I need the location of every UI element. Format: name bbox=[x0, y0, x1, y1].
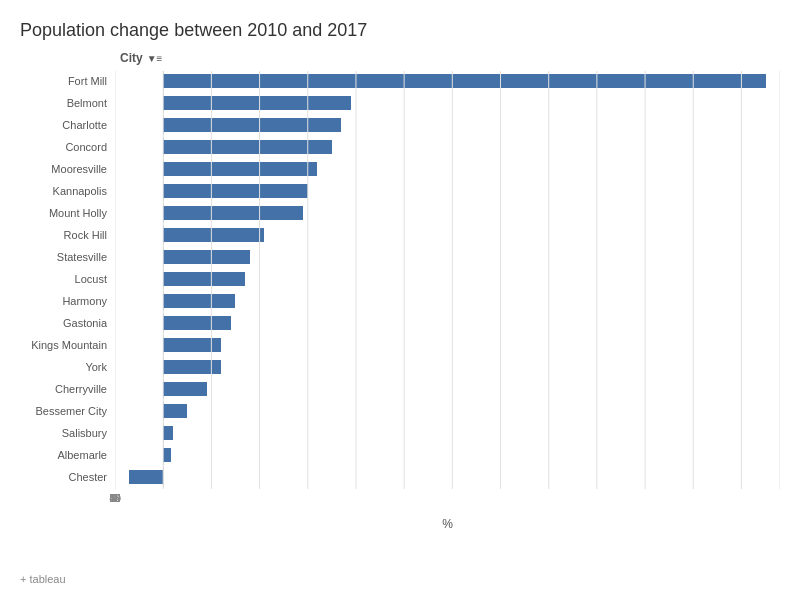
bar-section bbox=[115, 159, 780, 179]
bar bbox=[163, 206, 303, 220]
bar-row: Mooresville bbox=[20, 159, 780, 179]
bar-section bbox=[115, 247, 780, 267]
bar-section bbox=[115, 445, 780, 465]
city-label: Locust bbox=[20, 273, 115, 285]
bar bbox=[129, 470, 163, 484]
bar bbox=[163, 382, 206, 396]
bar bbox=[163, 250, 250, 264]
bar-row: Harmony bbox=[20, 291, 780, 311]
city-label: Charlotte bbox=[20, 119, 115, 131]
city-label: Belmont bbox=[20, 97, 115, 109]
column-header-label: City bbox=[120, 51, 143, 65]
city-label: York bbox=[20, 361, 115, 373]
bar bbox=[163, 426, 173, 440]
bar-row: Charlotte bbox=[20, 115, 780, 135]
bar bbox=[163, 272, 245, 286]
bar-section bbox=[115, 313, 780, 333]
bar-row: Mount Holly bbox=[20, 203, 780, 223]
bar-row: Concord bbox=[20, 137, 780, 157]
bar-section bbox=[115, 137, 780, 157]
bar bbox=[163, 448, 171, 462]
bar-row: Locust bbox=[20, 269, 780, 289]
bar bbox=[163, 118, 341, 132]
filter-icon[interactable]: ▼≡ bbox=[147, 53, 163, 64]
bar bbox=[163, 96, 351, 110]
city-label: Bessemer City bbox=[20, 405, 115, 417]
city-label: Salisbury bbox=[20, 427, 115, 439]
bar bbox=[163, 140, 332, 154]
x-tick: 64 bbox=[109, 493, 120, 504]
bar bbox=[163, 74, 765, 88]
chart-area: Fort MillBelmontCharlotteConcordMooresvi… bbox=[20, 71, 780, 489]
column-header: City ▼≡ bbox=[20, 51, 780, 65]
bar-section bbox=[115, 269, 780, 289]
bar-section bbox=[115, 93, 780, 113]
bar-section bbox=[115, 357, 780, 377]
bar bbox=[163, 316, 230, 330]
bar-section bbox=[115, 71, 780, 91]
city-label: Kings Mountain bbox=[20, 339, 115, 351]
bar bbox=[163, 184, 308, 198]
bar-section bbox=[115, 225, 780, 245]
bar-row: York bbox=[20, 357, 780, 377]
bar-section bbox=[115, 467, 780, 487]
city-label: Gastonia bbox=[20, 317, 115, 329]
bar-section bbox=[115, 379, 780, 399]
city-label: Statesville bbox=[20, 251, 115, 263]
bar-row: Salisbury bbox=[20, 423, 780, 443]
x-axis-label: % bbox=[20, 517, 780, 531]
bar-row: Kannapolis bbox=[20, 181, 780, 201]
chart-container: Population change between 2010 and 2017 … bbox=[0, 0, 800, 600]
bar-row: Albemarle bbox=[20, 445, 780, 465]
bar bbox=[163, 294, 235, 308]
city-label: Mount Holly bbox=[20, 207, 115, 219]
city-label: Mooresville bbox=[20, 163, 115, 175]
bar-section bbox=[115, 291, 780, 311]
bar-row: Statesville bbox=[20, 247, 780, 267]
chart-title: Population change between 2010 and 2017 bbox=[20, 20, 780, 41]
bar-row: Rock Hill bbox=[20, 225, 780, 245]
city-label: Chester bbox=[20, 471, 115, 483]
bar-row: Belmont bbox=[20, 93, 780, 113]
tableau-logo: + tableau bbox=[20, 573, 66, 585]
bar-row: Cherryville bbox=[20, 379, 780, 399]
city-label: Cherryville bbox=[20, 383, 115, 395]
bar-row: Kings Mountain bbox=[20, 335, 780, 355]
bar bbox=[163, 360, 221, 374]
city-label: Fort Mill bbox=[20, 75, 115, 87]
city-label: Harmony bbox=[20, 295, 115, 307]
city-label: Rock Hill bbox=[20, 229, 115, 241]
bar bbox=[163, 338, 221, 352]
bar-row: Gastonia bbox=[20, 313, 780, 333]
bar bbox=[163, 404, 187, 418]
bar bbox=[163, 162, 317, 176]
bar-section bbox=[115, 181, 780, 201]
city-label: Kannapolis bbox=[20, 185, 115, 197]
x-axis: -505101520253035404550556064 bbox=[20, 493, 780, 513]
bar-row: Fort Mill bbox=[20, 71, 780, 91]
bar-section bbox=[115, 203, 780, 223]
bar bbox=[163, 228, 264, 242]
zero-line bbox=[163, 467, 164, 487]
bar-section bbox=[115, 423, 780, 443]
city-label: Albemarle bbox=[20, 449, 115, 461]
bar-row: Bessemer City bbox=[20, 401, 780, 421]
bar-row: Chester bbox=[20, 467, 780, 487]
bar-section bbox=[115, 115, 780, 135]
bar-section bbox=[115, 401, 780, 421]
bar-section bbox=[115, 335, 780, 355]
city-label: Concord bbox=[20, 141, 115, 153]
